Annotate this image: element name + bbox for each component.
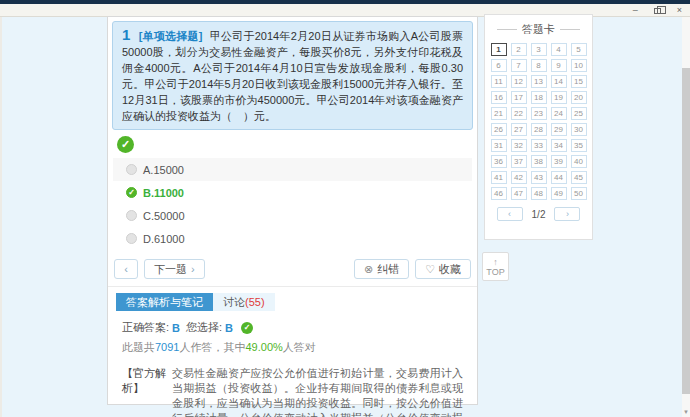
official-analysis: 【官方解析】 交易性金融资产应按公允价值进行初始计量，交易费用计入当期损益（投资… [122,366,463,417]
answer-card-cell[interactable]: 5 [571,43,587,56]
answer-card-cell[interactable]: 8 [531,59,547,72]
answer-card-cell[interactable]: 42 [511,171,527,184]
restore-button[interactable] [654,8,661,14]
answer-card-cell[interactable]: 17 [511,91,527,104]
option-row[interactable]: A.15000 [113,158,472,181]
answer-card-cell[interactable]: 13 [531,75,547,88]
answer-card-cell[interactable]: 36 [491,155,507,168]
answer-card-cell[interactable]: 38 [531,155,547,168]
answer-card-cell[interactable]: 21 [491,107,507,120]
question-panel: 1 [单项选择题] 甲公司于2014年2月20日从证券市场购入A公司股票5000… [107,16,478,405]
tabs-bar: 答案解析与笔记 讨论(55) [108,286,477,311]
tab-analysis-notes[interactable]: 答案解析与笔记 [116,293,213,311]
answer-card-cell[interactable]: 3 [531,43,547,56]
answer-card-cell[interactable]: 24 [551,107,567,120]
discussion-label: 讨论 [223,295,245,310]
answer-summary: 正确答案: B 您选择: B ✓ [122,320,477,335]
answer-card-cell[interactable]: 31 [491,139,507,152]
answer-card-cell[interactable]: 6 [491,59,507,72]
window-controls: – × [633,4,682,17]
tab-discussion[interactable]: 讨论(55) [213,293,275,311]
card-prev-page-button[interactable]: ‹ [497,207,523,221]
option-label: D.61000 [143,233,185,245]
answer-card-cell[interactable]: 47 [511,187,527,200]
answer-card-cell[interactable]: 49 [551,187,567,200]
page-indicator: 1/2 [532,209,546,220]
up-arrow-icon: ↑ [493,257,498,267]
answer-card-grid: 1234567891011121314151617181920212223242… [485,43,592,200]
minimize-button[interactable]: – [633,4,638,17]
answer-card-cell[interactable]: 20 [571,91,587,104]
answer-card-cell[interactable]: 27 [511,123,527,136]
option-row[interactable]: C.50000 [113,204,472,227]
restore-icon [654,8,661,14]
answer-card-cell[interactable]: 15 [571,75,587,88]
answer-card-cell[interactable]: 16 [491,91,507,104]
scrollbar[interactable]: ▼ [682,17,690,417]
answer-card-cell[interactable]: 29 [551,123,567,136]
answer-card-panel: 答题卡 123456789101112131415161718192021222… [484,14,593,240]
answer-correct-icon: ✓ [241,322,253,334]
analysis-label: 【官方解析】 [122,366,170,396]
answer-card-cell[interactable]: 40 [571,155,587,168]
answer-card-cell[interactable]: 12 [511,75,527,88]
chevron-right-icon: › [191,263,195,275]
option-row[interactable]: ✓B.11000 [113,181,472,204]
answer-card-cell[interactable]: 18 [531,91,547,104]
stats-percent: 49.00% [245,341,282,353]
answer-card-cell[interactable]: 23 [531,107,547,120]
answer-card-cell[interactable]: 4 [551,43,567,56]
answer-card-cell[interactable]: 32 [511,139,527,152]
close-button[interactable]: × [677,4,682,17]
answer-card-cell[interactable]: 19 [551,91,567,104]
question-box: 1 [单项选择题] 甲公司于2014年2月20日从证券市场购入A公司股票5000… [112,21,473,130]
scrollbar-thumb[interactable] [682,68,690,394]
next-question-button[interactable]: 下一题› [144,259,205,279]
answer-card-cell[interactable]: 28 [531,123,547,136]
window-left-border [0,17,2,417]
stats-middle: 人作答，其中 [179,341,245,353]
report-error-button[interactable]: ⊗纠错 [354,259,409,279]
option-label: C.50000 [143,210,185,222]
chosen-answer-value: B [225,322,233,334]
answer-card-cell[interactable]: 43 [531,171,547,184]
correct-check-icon: ✓ [117,136,134,153]
answer-card-cell[interactable]: 50 [571,187,587,200]
answer-card-cell[interactable]: 48 [531,187,547,200]
answer-card-cell[interactable]: 26 [491,123,507,136]
answer-card-cell[interactable]: 30 [571,123,587,136]
card-next-page-button[interactable]: › [554,207,580,221]
answer-card-cell[interactable]: 46 [491,187,507,200]
favorite-label: 收藏 [439,262,461,277]
answer-card-cell[interactable]: 35 [571,139,587,152]
question-type-tag: [单项选择题] [139,30,203,42]
option-radio-icon [126,164,137,175]
answer-card-cell[interactable]: 25 [571,107,587,120]
answer-card-cell[interactable]: 22 [511,107,527,120]
chevron-left-icon: ‹ [124,263,128,275]
answer-card-cell[interactable]: 41 [491,171,507,184]
answer-card-cell[interactable]: 33 [531,139,547,152]
answer-card-cell[interactable]: 37 [511,155,527,168]
answer-card-cell[interactable]: 45 [571,171,587,184]
answer-card-cell[interactable]: 9 [551,59,567,72]
favorite-button[interactable]: ♡收藏 [415,259,471,279]
answer-card-cell[interactable]: 7 [511,59,527,72]
back-to-top-button[interactable]: ↑ TOP [482,252,509,281]
answer-card-cell[interactable]: 11 [491,75,507,88]
answer-card-cell[interactable]: 44 [551,171,567,184]
check-glyph: ✓ [121,138,130,151]
answer-card-cell[interactable]: 2 [511,43,527,56]
answer-card-cell[interactable]: 34 [551,139,567,152]
option-row[interactable]: D.61000 [113,227,472,250]
scroll-down-icon[interactable]: ▼ [682,409,690,415]
answer-card-cell[interactable]: 39 [551,155,567,168]
prev-question-button[interactable]: ‹ [114,259,138,279]
answer-card-cell[interactable]: 10 [571,59,587,72]
answer-card-cell[interactable]: 1 [491,43,507,56]
header-line-right [560,29,580,30]
stats-prefix: 此题共 [122,341,155,353]
answer-card-cell[interactable]: 14 [551,75,567,88]
answer-card-title: 答题卡 [522,22,555,37]
answer-card-pager: ‹ 1/2 › [485,207,592,221]
